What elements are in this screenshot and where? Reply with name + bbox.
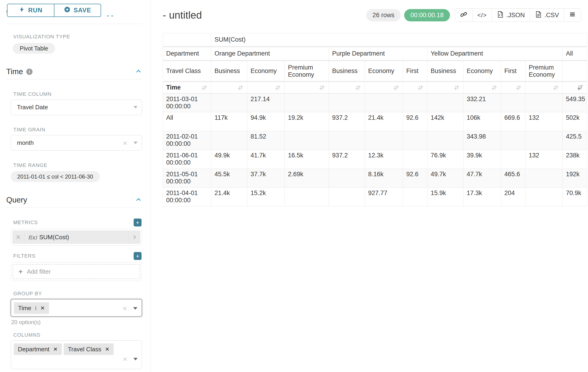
export-json-button[interactable]: .JSON (492, 9, 530, 22)
column-sort-header[interactable] (247, 82, 285, 94)
column-dimension-label: Travel Class (163, 61, 211, 82)
value-cell: 49.9k (211, 150, 247, 169)
clear-icon[interactable]: × (123, 139, 127, 147)
column-sort-header[interactable] (329, 82, 365, 94)
sort-icon[interactable] (318, 84, 325, 91)
department-group-header: Orange Department (211, 47, 329, 61)
value-cell: 81.52 (247, 131, 285, 150)
sort-icon[interactable] (393, 84, 399, 91)
value-cell (403, 131, 427, 150)
column-sort-header[interactable] (285, 82, 329, 94)
clear-icon[interactable]: × (123, 355, 127, 363)
time-range-pill[interactable]: 2011-01-01 ≤ col < 2011-06-30 (11, 171, 100, 182)
sort-icon[interactable] (201, 84, 208, 91)
group-by-select[interactable]: Timei✕ × (11, 299, 142, 317)
sort-icon[interactable] (237, 84, 244, 91)
filters-label: FILTERS (13, 253, 36, 259)
copy-link-button[interactable] (455, 9, 472, 22)
sort-icon[interactable] (453, 84, 460, 91)
value-cell: 15.9k (427, 188, 463, 206)
group-by-label: GROUP BY (13, 291, 142, 297)
visualization-type-pill[interactable]: Pivot Table (13, 43, 55, 54)
table-row: 2011-06-01 00:00:0049.9k41.7k16.5k937.21… (163, 150, 587, 169)
sort-icon[interactable] (417, 84, 424, 91)
query-timer-badge: 00:00:00.18 (404, 9, 450, 21)
row-dimension-sort-header[interactable]: Time (163, 82, 211, 94)
caret-down-icon (133, 358, 137, 360)
remove-metric-icon[interactable]: ✕ (12, 234, 24, 241)
metrics-label-row: METRICS + (6, 219, 142, 226)
time-column-label: TIME COLUMN (13, 91, 142, 97)
time-column-value: Travel Date (17, 104, 133, 111)
columns-label: COLUMNS (13, 332, 142, 338)
metric-pill[interactable]: ✕ f(x) SUM(Cost) (12, 230, 140, 244)
column-sort-header[interactable] (525, 82, 563, 94)
value-cell (427, 131, 463, 150)
add-metric-button[interactable]: + (134, 219, 142, 226)
expand-metric-icon[interactable] (128, 230, 140, 244)
menu-button[interactable] (564, 9, 581, 22)
value-cell (403, 150, 427, 169)
remove-tag-icon[interactable]: ✕ (40, 305, 45, 311)
column-sort-header[interactable] (563, 82, 587, 94)
remove-tag-icon[interactable]: ✕ (53, 346, 58, 352)
time-section-heading: Time i (6, 67, 142, 80)
travel-class-header: Premium Economy (285, 61, 329, 82)
sort-icon[interactable] (491, 84, 498, 91)
value-cell: 549.35 (563, 94, 587, 112)
add-filter-button[interactable]: + Add filter (12, 264, 140, 279)
run-button[interactable]: RUN (7, 4, 54, 17)
row-count-badge: 26 rows (366, 9, 401, 21)
value-cell (525, 94, 563, 112)
columns-tag[interactable]: Travel Class✕ (64, 343, 114, 355)
sort-icon[interactable] (354, 84, 361, 91)
chevron-up-icon[interactable] (135, 68, 142, 75)
column-sort-header[interactable] (365, 82, 403, 94)
code-icon: </> (477, 12, 487, 19)
export-csv-button[interactable]: .CSV (530, 9, 564, 22)
sort-icon[interactable] (552, 84, 559, 91)
value-cell: 92.6 (403, 169, 427, 188)
department-group-header: All (563, 47, 587, 61)
header-badges: 26 rows 00:00:00.18 </> (366, 8, 581, 22)
remove-tag-icon[interactable]: ✕ (105, 346, 109, 352)
pivot-table: SUM(Cost)DepartmentOrange DepartmentPurp… (163, 33, 587, 206)
table-row: 2011-05-01 00:00:0045.5k37.7k2.69k8.16k9… (163, 169, 587, 188)
chart-type-section: Chart Type RUN SAVE (6, 0, 142, 24)
column-sort-header[interactable] (501, 82, 525, 94)
column-sort-header[interactable] (463, 82, 501, 94)
column-sort-header[interactable] (427, 82, 463, 94)
embed-code-button[interactable]: </> (472, 9, 492, 22)
value-cell (427, 94, 463, 112)
value-cell: 49.7k (427, 169, 463, 188)
column-sort-header[interactable] (211, 82, 247, 94)
value-cell: 192k (563, 169, 587, 188)
value-cell: 41.7k (247, 150, 285, 169)
department-group-header: Yellow Department (427, 47, 563, 61)
lightning-bolt-icon (19, 7, 25, 14)
value-cell (329, 169, 365, 188)
department-group-header: Purple Department (329, 47, 427, 61)
value-cell (329, 188, 365, 206)
metric-label: SUM(Cost) (39, 234, 69, 241)
value-cell: 92.6 (403, 112, 427, 131)
time-grain-select[interactable]: month × (11, 135, 142, 151)
columns-tag-label: Department (18, 346, 50, 353)
time-column-select[interactable]: Travel Date (11, 99, 142, 115)
column-sort-header[interactable] (403, 82, 427, 94)
clear-icon[interactable]: × (123, 304, 127, 312)
value-cell (525, 188, 563, 206)
sort-icon[interactable] (274, 84, 281, 91)
chevron-up-icon[interactable] (135, 196, 142, 204)
sort-descending-active-icon[interactable] (577, 84, 584, 91)
travel-class-header: Premium Economy (525, 61, 563, 82)
save-button[interactable]: SAVE (54, 4, 101, 17)
add-filter-plus-button[interactable]: + (134, 252, 142, 260)
value-cell (285, 131, 329, 150)
value-cell: 937.2 (329, 112, 365, 131)
columns-select[interactable]: Department✕Travel Class✕ × (11, 340, 142, 369)
value-cell (501, 150, 525, 169)
group-by-tag[interactable]: Timei✕ (14, 302, 49, 314)
sort-icon[interactable] (515, 84, 522, 91)
columns-tag[interactable]: Department✕ (14, 343, 62, 355)
